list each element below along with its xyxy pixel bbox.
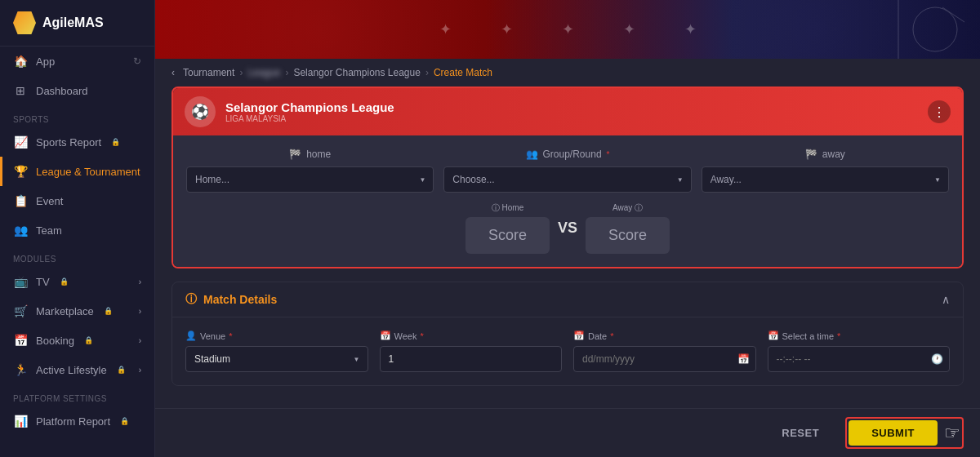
details-toggle-btn[interactable]: ⓘ Match Details ∧ bbox=[172, 282, 963, 317]
logo-icon bbox=[13, 11, 36, 34]
dashboard-icon: ⊞ bbox=[13, 84, 28, 97]
chevron-right-active: › bbox=[139, 366, 141, 375]
main-content: ✦✦✦✦✦ ‹ Tournament › League › Selangor C… bbox=[155, 0, 980, 457]
away-column: 🏁 away Away... bbox=[702, 149, 949, 193]
breadcrumb-current: Create Match bbox=[434, 67, 492, 78]
sidebar-item-dashboard-label: Dashboard bbox=[36, 85, 88, 97]
away-label: 🏁 away bbox=[702, 149, 949, 160]
submit-wrapper: SUBMIT ☞ bbox=[845, 417, 964, 449]
sidebar-item-league-label: League & Tournament bbox=[36, 166, 140, 178]
time-label: 📅 Select a time * bbox=[768, 331, 951, 341]
sidebar-item-league-tournament[interactable]: 🏆 League & Tournament bbox=[0, 157, 154, 186]
time-input[interactable] bbox=[768, 346, 951, 372]
event-icon: 📋 bbox=[13, 194, 28, 207]
details-title-text: Match Details bbox=[203, 293, 277, 306]
details-chevron-icon: ∧ bbox=[942, 293, 950, 306]
sidebar-item-booking-label: Booking bbox=[36, 335, 74, 347]
app-logo: AgileMAS bbox=[0, 0, 154, 47]
away-select[interactable]: Away... bbox=[702, 166, 949, 193]
calendar-picker-icon: 📅 bbox=[737, 353, 750, 365]
details-title: ⓘ Match Details bbox=[185, 292, 277, 307]
venue-select[interactable]: Stadium bbox=[185, 346, 368, 372]
section-modules-label: Modules bbox=[0, 245, 154, 267]
clock-icon: 🕐 bbox=[931, 353, 943, 365]
sidebar-item-sports-report-label: Sports Report bbox=[36, 136, 101, 149]
sidebar-item-active-lifestyle[interactable]: 🏃 Active Lifestyle 🔒 › bbox=[0, 355, 154, 384]
lock-icon-marketplace: 🔒 bbox=[104, 307, 113, 315]
submit-button[interactable]: SUBMIT bbox=[849, 420, 938, 446]
platform-report-icon: 📊 bbox=[13, 415, 28, 428]
booking-icon: 📅 bbox=[13, 334, 28, 347]
away-select-wrapper: Away... bbox=[702, 166, 949, 193]
match-form: 🏁 home Home... 👥 Group/Round * bbox=[173, 135, 962, 267]
sidebar-item-tv[interactable]: 📺 TV 🔒 › bbox=[0, 267, 154, 296]
required-star: * bbox=[607, 150, 610, 159]
cursor-hand-icon: ☞ bbox=[944, 423, 960, 444]
week-label: 📅 Week * bbox=[380, 331, 563, 341]
league-menu-btn[interactable]: ⋮ bbox=[928, 100, 951, 123]
score-row: ⓘ Home Score VS Away ⓘ Score bbox=[443, 202, 691, 254]
date-label: 📅 Date * bbox=[573, 331, 756, 341]
breadcrumb-tournament[interactable]: Tournament bbox=[183, 67, 234, 78]
away-flag-icon: 🏁 bbox=[805, 149, 817, 160]
reset-button[interactable]: RESET bbox=[765, 420, 835, 446]
group-select-wrapper: Choose... bbox=[443, 166, 691, 193]
sidebar-item-dashboard[interactable]: ⊞ Dashboard bbox=[0, 76, 154, 105]
lock-icon-tv: 🔒 bbox=[60, 277, 69, 286]
sidebar-item-sports-report[interactable]: 📈 Sports Report 🔒 bbox=[0, 127, 154, 157]
group-icon: 👥 bbox=[526, 149, 538, 160]
week-input[interactable] bbox=[380, 346, 563, 372]
vs-text: VS bbox=[558, 220, 577, 237]
sidebar-item-marketplace-label: Marketplace bbox=[36, 305, 94, 317]
league-header: ⚽ Selangor Champions League LIGA MALAYSI… bbox=[173, 88, 962, 135]
date-required: * bbox=[610, 331, 613, 341]
time-field: 📅 Select a time * 🕐 bbox=[768, 331, 951, 372]
calendar-icon-week: 📅 bbox=[380, 331, 391, 341]
time-required: * bbox=[837, 331, 840, 341]
breadcrumb-scl[interactable]: Selangor Champions League bbox=[293, 67, 420, 78]
details-info-icon: ⓘ bbox=[185, 292, 197, 307]
chevron-right-marketplace: › bbox=[139, 307, 141, 316]
sidebar-item-booking[interactable]: 📅 Booking 🔒 › bbox=[0, 326, 154, 355]
sidebar-item-app-label: App bbox=[36, 55, 55, 68]
week-field: 📅 Week * bbox=[380, 331, 563, 372]
league-emblem: ⚽ bbox=[185, 96, 216, 127]
group-select[interactable]: Choose... bbox=[443, 166, 691, 193]
home-select-wrapper: Home... bbox=[186, 166, 434, 193]
date-input-wrapper: 📅 bbox=[573, 346, 756, 372]
sidebar-item-event[interactable]: 📋 Event bbox=[0, 186, 154, 215]
home-score-btn[interactable]: Score bbox=[466, 217, 550, 254]
home-icon: 🏠 bbox=[13, 55, 28, 68]
match-details-section: ⓘ Match Details ∧ 👤 Venue * Stadium bbox=[172, 282, 964, 386]
venue-field: 👤 Venue * Stadium bbox=[185, 331, 368, 372]
sidebar-item-marketplace[interactable]: 🛒 Marketplace 🔒 › bbox=[0, 296, 154, 326]
time-input-wrapper: 🕐 bbox=[768, 346, 951, 372]
sidebar: AgileMAS 🏠 App ↻ ⊞ Dashboard Sports 📈 Sp… bbox=[0, 0, 155, 457]
sidebar-item-team[interactable]: 👥 Team bbox=[0, 215, 154, 245]
footer-bar: RESET SUBMIT ☞ bbox=[155, 408, 980, 457]
breadcrumb-league[interactable]: League bbox=[247, 67, 280, 78]
venue-required: * bbox=[229, 331, 232, 341]
venue-select-wrapper: Stadium bbox=[185, 346, 368, 372]
content-area: ⚽ Selangor Champions League LIGA MALAYSI… bbox=[155, 87, 980, 408]
app-name: AgileMAS bbox=[42, 16, 104, 30]
sidebar-item-platform-report[interactable]: 📊 Platform Report 🔒 bbox=[0, 406, 154, 436]
home-column: 🏁 home Home... bbox=[186, 149, 434, 193]
info-icon-home: ⓘ bbox=[492, 203, 500, 212]
home-score-wrapper: ⓘ Home Score bbox=[466, 202, 550, 254]
away-score-btn[interactable]: Score bbox=[586, 217, 670, 254]
league-name: Selangor Champions League bbox=[225, 100, 394, 114]
breadcrumb-back-btn[interactable]: ‹ bbox=[172, 67, 175, 78]
home-select[interactable]: Home... bbox=[186, 166, 434, 193]
sidebar-item-app[interactable]: 🏠 App ↻ bbox=[0, 47, 154, 76]
section-sports-label: Sports bbox=[0, 105, 154, 127]
hero-banner: ✦✦✦✦✦ bbox=[155, 0, 980, 59]
date-field: 📅 Date * 📅 bbox=[573, 331, 756, 372]
calendar-icon-date: 📅 bbox=[573, 331, 585, 341]
team-icon: 👥 bbox=[13, 224, 28, 237]
breadcrumb: ‹ Tournament › League › Selangor Champio… bbox=[155, 59, 980, 87]
svg-point-0 bbox=[913, 7, 957, 51]
date-input[interactable] bbox=[573, 346, 756, 372]
league-icon: 🏆 bbox=[13, 165, 28, 178]
home-score-label: ⓘ Home bbox=[466, 202, 550, 214]
